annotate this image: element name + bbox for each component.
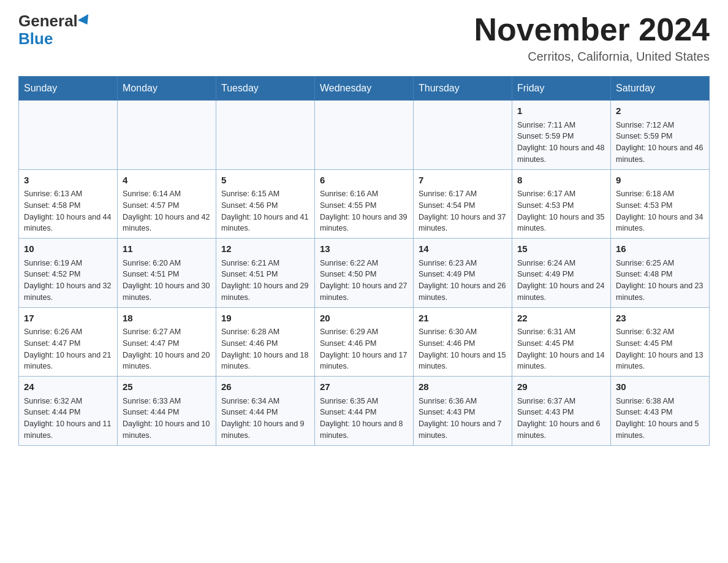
calendar-cell [216,101,315,170]
day-number: 4 [123,174,211,188]
calendar-cell [414,101,512,170]
day-info: Sunrise: 6:15 AMSunset: 4:56 PMDaylight:… [221,188,309,234]
day-info: Sunrise: 6:19 AMSunset: 4:52 PMDaylight:… [24,258,112,304]
day-number: 30 [616,380,704,394]
day-number: 17 [24,312,112,326]
day-info: Sunrise: 6:27 AMSunset: 4:47 PMDaylight:… [123,326,211,372]
day-number: 6 [320,174,408,188]
day-info: Sunrise: 6:28 AMSunset: 4:46 PMDaylight:… [221,326,309,372]
day-number: 9 [616,174,704,188]
day-number: 2 [616,104,704,118]
logo-general-text: General [18,12,78,30]
calendar-day-header: Thursday [414,77,512,101]
calendar-cell: 12Sunrise: 6:21 AMSunset: 4:51 PMDayligh… [216,239,315,308]
day-number: 8 [517,174,605,188]
day-number: 26 [221,380,309,394]
calendar-week-row: 3Sunrise: 6:13 AMSunset: 4:58 PMDaylight… [19,169,710,239]
calendar-week-row: 24Sunrise: 6:32 AMSunset: 4:44 PMDayligh… [19,377,710,446]
day-info: Sunrise: 6:17 AMSunset: 4:53 PMDaylight:… [517,188,605,234]
day-info: Sunrise: 6:23 AMSunset: 4:49 PMDaylight:… [419,258,507,304]
calendar-cell: 24Sunrise: 6:32 AMSunset: 4:44 PMDayligh… [19,377,118,446]
day-number: 28 [419,380,507,394]
day-info: Sunrise: 6:24 AMSunset: 4:49 PMDaylight:… [517,258,605,304]
day-number: 29 [517,380,605,394]
day-number: 14 [419,242,507,256]
logo: General Blue [18,12,91,47]
calendar-cell: 30Sunrise: 6:38 AMSunset: 4:43 PMDayligh… [611,377,710,446]
calendar-cell: 2Sunrise: 7:12 AMSunset: 5:59 PMDaylight… [611,101,710,170]
day-info: Sunrise: 6:17 AMSunset: 4:54 PMDaylight:… [419,188,507,234]
location-text: Cerritos, California, United States [474,50,710,64]
day-number: 23 [616,312,704,326]
calendar-cell: 20Sunrise: 6:29 AMSunset: 4:46 PMDayligh… [315,307,414,377]
day-info: Sunrise: 6:14 AMSunset: 4:57 PMDaylight:… [123,188,211,234]
day-info: Sunrise: 6:25 AMSunset: 4:48 PMDaylight:… [616,258,704,304]
day-info: Sunrise: 6:33 AMSunset: 4:44 PMDaylight:… [123,396,211,442]
calendar-cell [19,101,118,170]
calendar-cell: 19Sunrise: 6:28 AMSunset: 4:46 PMDayligh… [216,307,315,377]
calendar-cell: 15Sunrise: 6:24 AMSunset: 4:49 PMDayligh… [512,239,611,308]
month-title: November 2024 [474,12,710,47]
calendar-cell: 9Sunrise: 6:18 AMSunset: 4:53 PMDaylight… [611,169,710,239]
calendar-cell: 6Sunrise: 6:16 AMSunset: 4:55 PMDaylight… [315,169,414,239]
calendar-cell: 7Sunrise: 6:17 AMSunset: 4:54 PMDaylight… [414,169,512,239]
calendar-table: SundayMondayTuesdayWednesdayThursdayFrid… [18,76,710,446]
calendar-cell: 11Sunrise: 6:20 AMSunset: 4:51 PMDayligh… [118,239,216,308]
calendar-cell: 29Sunrise: 6:37 AMSunset: 4:43 PMDayligh… [512,377,611,446]
day-info: Sunrise: 6:36 AMSunset: 4:43 PMDaylight:… [419,396,507,442]
calendar-cell: 13Sunrise: 6:22 AMSunset: 4:50 PMDayligh… [315,239,414,308]
day-info: Sunrise: 6:34 AMSunset: 4:44 PMDaylight:… [221,396,309,442]
day-number: 16 [616,242,704,256]
calendar-cell: 14Sunrise: 6:23 AMSunset: 4:49 PMDayligh… [414,239,512,308]
calendar-cell: 17Sunrise: 6:26 AMSunset: 4:47 PMDayligh… [19,307,118,377]
day-number: 22 [517,312,605,326]
day-info: Sunrise: 6:20 AMSunset: 4:51 PMDaylight:… [123,258,211,304]
day-number: 20 [320,312,408,326]
calendar-cell: 18Sunrise: 6:27 AMSunset: 4:47 PMDayligh… [118,307,216,377]
calendar-cell: 26Sunrise: 6:34 AMSunset: 4:44 PMDayligh… [216,377,315,446]
day-info: Sunrise: 6:32 AMSunset: 4:45 PMDaylight:… [616,326,704,372]
day-number: 10 [24,242,112,256]
day-number: 3 [24,174,112,188]
day-number: 11 [123,242,211,256]
calendar-week-row: 1Sunrise: 7:11 AMSunset: 5:59 PMDaylight… [19,101,710,170]
day-info: Sunrise: 6:29 AMSunset: 4:46 PMDaylight:… [320,326,408,372]
calendar-cell: 10Sunrise: 6:19 AMSunset: 4:52 PMDayligh… [19,239,118,308]
calendar-day-header: Monday [118,77,216,101]
calendar-cell: 8Sunrise: 6:17 AMSunset: 4:53 PMDaylight… [512,169,611,239]
day-number: 7 [419,174,507,188]
day-info: Sunrise: 6:16 AMSunset: 4:55 PMDaylight:… [320,188,408,234]
page-header: General Blue November 2024 Cerritos, Cal… [18,12,710,64]
day-info: Sunrise: 6:30 AMSunset: 4:46 PMDaylight:… [419,326,507,372]
day-number: 25 [123,380,211,394]
calendar-cell: 4Sunrise: 6:14 AMSunset: 4:57 PMDaylight… [118,169,216,239]
day-number: 24 [24,380,112,394]
day-number: 18 [123,312,211,326]
day-number: 13 [320,242,408,256]
day-number: 12 [221,242,309,256]
day-info: Sunrise: 6:32 AMSunset: 4:44 PMDaylight:… [24,396,112,442]
day-info: Sunrise: 6:35 AMSunset: 4:44 PMDaylight:… [320,396,408,442]
day-info: Sunrise: 7:12 AMSunset: 5:59 PMDaylight:… [616,120,704,166]
day-info: Sunrise: 6:22 AMSunset: 4:50 PMDaylight:… [320,258,408,304]
calendar-cell: 21Sunrise: 6:30 AMSunset: 4:46 PMDayligh… [414,307,512,377]
day-info: Sunrise: 6:38 AMSunset: 4:43 PMDaylight:… [616,396,704,442]
day-number: 5 [221,174,309,188]
calendar-cell: 22Sunrise: 6:31 AMSunset: 4:45 PMDayligh… [512,307,611,377]
calendar-cell: 25Sunrise: 6:33 AMSunset: 4:44 PMDayligh… [118,377,216,446]
calendar-day-header: Tuesday [216,77,315,101]
calendar-header-row: SundayMondayTuesdayWednesdayThursdayFrid… [19,77,710,101]
logo-blue-text: Blue [18,30,53,48]
calendar-cell: 23Sunrise: 6:32 AMSunset: 4:45 PMDayligh… [611,307,710,377]
calendar-day-header: Sunday [19,77,118,101]
calendar-cell [315,101,414,170]
calendar-cell: 27Sunrise: 6:35 AMSunset: 4:44 PMDayligh… [315,377,414,446]
day-number: 1 [517,104,605,118]
day-info: Sunrise: 7:11 AMSunset: 5:59 PMDaylight:… [517,120,605,166]
calendar-cell [118,101,216,170]
day-number: 15 [517,242,605,256]
day-number: 21 [419,312,507,326]
calendar-day-header: Friday [512,77,611,101]
calendar-week-row: 17Sunrise: 6:26 AMSunset: 4:47 PMDayligh… [19,307,710,377]
day-info: Sunrise: 6:31 AMSunset: 4:45 PMDaylight:… [517,326,605,372]
